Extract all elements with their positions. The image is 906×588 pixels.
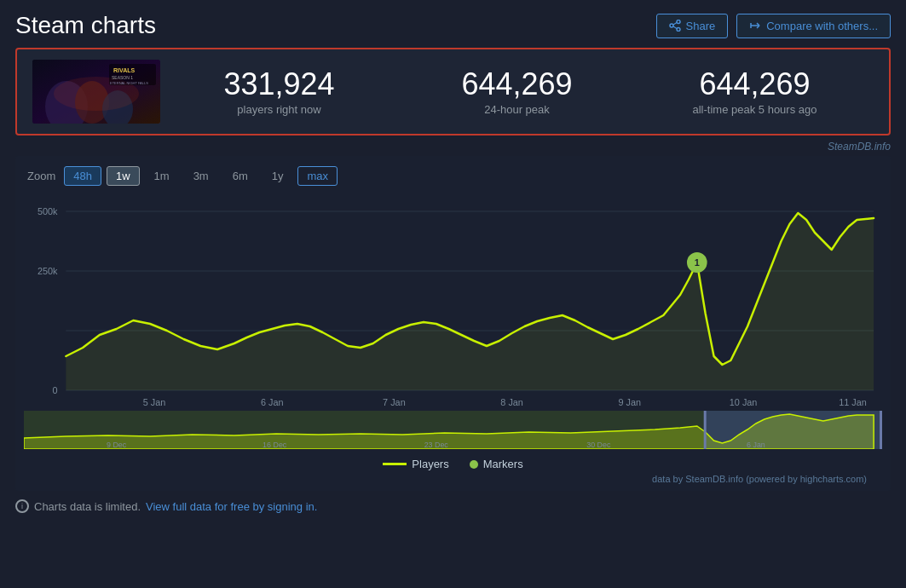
svg-line-3 [673, 23, 677, 26]
share-icon [669, 20, 681, 32]
steamdb-credit: SteamDB.info [0, 141, 906, 156]
zoom-1w[interactable]: 1w [107, 166, 140, 186]
svg-text:7 Jan: 7 Jan [383, 397, 406, 407]
zoom-1m[interactable]: 1m [145, 166, 179, 186]
svg-text:RIVALS: RIVALS [113, 67, 135, 73]
svg-text:6 Jan: 6 Jan [261, 397, 284, 407]
compare-icon [749, 20, 761, 32]
zoom-3m[interactable]: 3m [184, 166, 218, 186]
footer-link[interactable]: View full data for free by signing in. [146, 500, 317, 513]
alltime-peak-number: 644,269 [636, 67, 874, 101]
svg-text:30 Dec: 30 Dec [586, 441, 611, 449]
markers-legend-label: Markers [483, 458, 523, 470]
svg-text:ETERNAL NIGHT FALLS: ETERNAL NIGHT FALLS [110, 81, 148, 85]
current-players-number: 331,924 [160, 67, 398, 101]
svg-text:SEASON 1: SEASON 1 [112, 75, 133, 80]
bottom-bar: i Charts data is limited. View full data… [0, 491, 906, 522]
info-icon: i [15, 499, 29, 513]
players-legend-label: Players [412, 458, 448, 470]
players-legend-line [383, 463, 407, 465]
svg-text:250k: 250k [38, 266, 58, 276]
peak-24h-number: 644,269 [398, 67, 636, 101]
chart-container: Zoom 48h 1w 1m 3m 6m 1y max 500k 250k 0 … [15, 156, 891, 491]
current-players-stat: 331,924 players right now [160, 67, 398, 116]
svg-rect-42 [880, 411, 882, 449]
svg-text:0: 0 [52, 385, 57, 395]
peak-24h-stat: 644,269 24-hour peak [398, 67, 636, 116]
svg-text:8 Jan: 8 Jan [500, 397, 523, 407]
share-button[interactable]: Share [656, 14, 729, 38]
svg-point-0 [677, 20, 680, 24]
compare-label: Compare with others... [766, 20, 878, 32]
zoom-48h[interactable]: 48h [64, 166, 101, 186]
markers-legend-dot [470, 460, 478, 469]
svg-text:6 Jan: 6 Jan [747, 441, 765, 449]
svg-text:9 Jan: 9 Jan [619, 397, 642, 407]
alltime-peak-label: all-time peak 5 hours ago [636, 103, 874, 116]
svg-text:1: 1 [695, 257, 700, 268]
svg-text:16 Dec: 16 Dec [263, 441, 287, 449]
stats-box: RIVALS SEASON 1 ETERNAL NIGHT FALLS 331,… [15, 48, 891, 135]
svg-point-1 [677, 28, 680, 32]
zoom-1y[interactable]: 1y [263, 166, 293, 186]
players-legend: Players [383, 458, 448, 470]
markers-legend: Markers [470, 458, 523, 470]
top-bar: Steam charts Share Compare with others..… [0, 0, 906, 48]
svg-text:5 Jan: 5 Jan [143, 397, 166, 407]
top-buttons: Share Compare with others... [656, 14, 891, 38]
svg-point-2 [670, 24, 673, 27]
zoom-bar: Zoom 48h 1w 1m 3m 6m 1y max [24, 166, 882, 186]
zoom-max[interactable]: max [297, 166, 338, 186]
game-art: RIVALS SEASON 1 ETERNAL NIGHT FALLS [32, 60, 160, 124]
svg-text:23 Dec: 23 Dec [424, 441, 449, 449]
zoom-6m[interactable]: 6m [223, 166, 257, 186]
attribution: data by SteamDB.info (powered by highcha… [24, 470, 882, 484]
footer-note: Charts data is limited. [34, 500, 141, 513]
mini-chart-svg: 9 Dec 16 Dec 23 Dec 30 Dec 6 Jan [24, 411, 882, 449]
main-chart: 500k 250k 0 5 Jan 6 Jan 7 Jan 8 Jan 9 Ja… [24, 194, 882, 407]
svg-text:11 Jan: 11 Jan [839, 397, 867, 407]
current-players-label: players right now [160, 103, 398, 116]
zoom-label: Zoom [27, 170, 55, 182]
peak-24h-label: 24-hour peak [398, 103, 636, 116]
svg-rect-41 [704, 411, 707, 449]
page-title: Steam charts [15, 12, 156, 39]
svg-text:500k: 500k [38, 206, 58, 216]
mini-chart: 9 Dec 16 Dec 23 Dec 30 Dec 6 Jan [24, 411, 882, 449]
alltime-peak-stat: 644,269 all-time peak 5 hours ago [636, 67, 874, 116]
compare-button[interactable]: Compare with others... [736, 14, 891, 38]
game-thumbnail: RIVALS SEASON 1 ETERNAL NIGHT FALLS [32, 60, 160, 124]
legend: Players Markers [24, 458, 882, 470]
svg-text:10 Jan: 10 Jan [730, 397, 758, 407]
svg-line-4 [673, 26, 677, 29]
share-label: Share [686, 20, 716, 32]
main-chart-svg: 500k 250k 0 5 Jan 6 Jan 7 Jan 8 Jan 9 Ja… [24, 194, 882, 407]
svg-text:9 Dec: 9 Dec [107, 441, 127, 449]
